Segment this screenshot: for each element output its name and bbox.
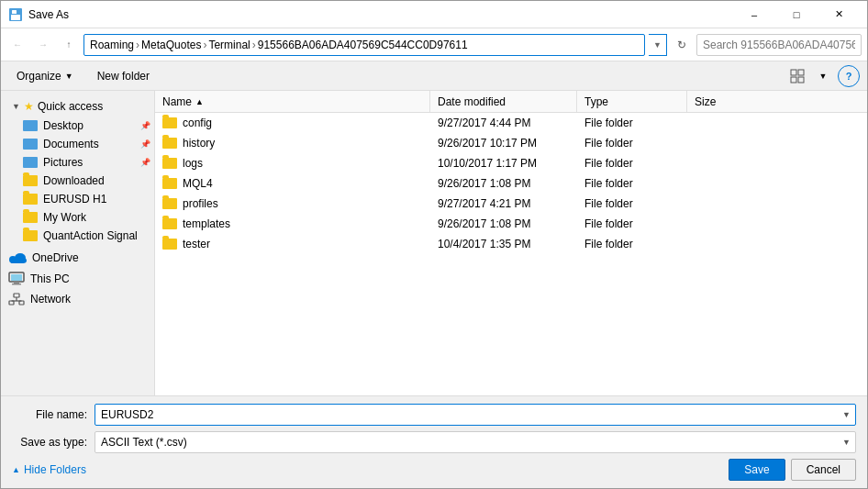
path-separator-3: › [252,39,256,51]
col-name-label: Name [162,95,192,108]
title-bar-title: Save As [28,8,733,21]
file-list-header: Name ▲ Date modified Type Size [155,91,867,113]
sidebar: ▼ ★ Quick access Desktop 📌 Documents 📌 P… [1,91,155,395]
sidebar-section-quick-access[interactable]: ▼ ★ Quick access [1,94,154,117]
file-date: 9/27/2017 4:21 PM [430,195,577,212]
view-dropdown-button[interactable]: ▼ [812,65,834,87]
quick-access-star-icon: ★ [24,100,34,113]
column-header-name[interactable]: Name ▲ [155,91,430,112]
col-date-label: Date modified [438,95,506,108]
file-date: 9/26/2017 1:08 PM [430,216,577,232]
table-row[interactable]: MQL4 9/26/2017 1:08 PM File folder [155,173,867,194]
path-segment-guid[interactable]: 915566BA06ADA407569C544CC0D97611 [258,39,468,51]
sidebar-item-documents[interactable]: Documents 📌 [1,135,154,153]
close-button[interactable]: ✕ [818,1,860,28]
sidebar-item-onedrive[interactable]: OneDrive [1,249,154,267]
sidebar-item-my-work-label: My Work [43,211,86,224]
path-segment-metaquotes[interactable]: MetaQuotes [141,39,201,51]
organize-chevron-icon: ▼ [65,72,73,81]
file-date: 9/26/2017 10:17 PM [430,135,577,151]
path-segment-terminal[interactable]: Terminal [208,39,250,51]
file-size [687,182,761,185]
documents-pin-icon: 📌 [140,139,150,149]
sidebar-item-network[interactable]: Network [1,290,154,308]
save-button[interactable]: Save [729,459,785,481]
sidebar-item-this-pc[interactable]: This PC [1,269,154,288]
folder-icon [162,218,177,229]
file-type: File folder [577,155,687,172]
address-bar: ← → ↑ Roaming › MetaQuotes › Terminal › … [1,28,867,61]
file-date: 10/4/2017 1:35 PM [430,236,577,252]
sidebar-item-downloaded-label: Downloaded [43,174,105,187]
folder-icon [162,158,177,169]
forward-button[interactable]: → [32,34,54,56]
address-path[interactable]: Roaming › MetaQuotes › Terminal › 915566… [83,34,645,56]
svg-rect-13 [11,274,22,281]
table-row[interactable]: history 9/26/2017 10:17 PM File folder [155,133,867,153]
file-name: history [183,137,215,150]
table-row[interactable]: profiles 9/27/2017 4:21 PM File folder [155,194,867,214]
svg-rect-17 [9,301,14,305]
file-date: 9/26/2017 1:08 PM [430,175,577,192]
svg-rect-16 [14,294,19,297]
title-bar-buttons: – □ ✕ [733,1,860,28]
help-button[interactable]: ? [838,65,860,87]
address-dropdown-button[interactable]: ▼ [649,34,667,56]
column-header-type[interactable]: Type [577,91,687,112]
file-name: logs [183,157,203,170]
sidebar-item-desktop-label: Desktop [43,119,83,132]
svg-rect-6 [791,77,796,83]
table-row[interactable]: logs 10/10/2017 1:17 PM File folder [155,153,867,173]
folder-icon [162,198,177,209]
refresh-button[interactable]: ↻ [671,34,693,56]
table-row[interactable]: tester 10/4/2017 1:35 PM File folder [155,234,867,254]
new-folder-label: New folder [97,70,150,83]
pictures-folder-icon [23,157,38,168]
back-button[interactable]: ← [6,34,28,56]
file-size [687,222,761,226]
file-size [687,161,761,165]
view-toggle-button[interactable] [786,65,808,87]
cancel-button[interactable]: Cancel [791,459,856,481]
view-icon [790,69,805,83]
sidebar-item-my-work[interactable]: My Work [1,208,154,227]
sidebar-item-eurusd-h1[interactable]: EURUSD H1 [1,190,154,208]
bottom-bar: File name: Save as type: ASCII Text (*.c… [1,395,867,488]
sidebar-item-pictures[interactable]: Pictures 📌 [1,153,154,172]
title-bar: Save As – □ ✕ [1,1,867,28]
file-size [687,242,761,246]
desktop-folder-icon [23,120,38,131]
file-size [687,141,761,145]
organize-label: Organize [17,70,61,83]
folder-icon [162,239,177,250]
maximize-button[interactable]: □ [775,1,818,28]
search-input[interactable] [696,34,862,56]
new-folder-button[interactable]: New folder [89,65,158,87]
title-bar-icon [8,7,23,22]
sidebar-item-desktop[interactable]: Desktop 📌 [1,117,154,135]
up-button[interactable]: ↑ [58,34,80,56]
file-name-row: File name: [12,404,856,426]
table-row[interactable]: templates 9/26/2017 1:08 PM File folder [155,214,867,234]
hide-folders-link[interactable]: ▲ Hide Folders [12,463,86,476]
path-separator-1: › [136,39,139,51]
table-row[interactable]: config 9/27/2017 4:44 PM File folder [155,113,867,133]
file-name-input[interactable] [95,404,856,426]
sidebar-item-downloaded[interactable]: Downloaded [1,172,154,190]
minimize-button[interactable]: – [733,1,775,28]
file-name-input-wrapper [95,404,856,426]
path-segment-roaming[interactable]: Roaming [90,39,134,51]
column-header-size[interactable]: Size [687,91,761,112]
organize-button[interactable]: Organize ▼ [8,65,82,87]
save-as-type-select[interactable]: ASCII Text (*.csv) CSV (*.csv) Excel (*.… [95,431,856,453]
file-type: File folder [577,115,687,131]
save-as-type-select-wrapper: ASCII Text (*.csv) CSV (*.csv) Excel (*.… [95,431,856,453]
main-content: ▼ ★ Quick access Desktop 📌 Documents 📌 P… [1,91,867,395]
quantaction-folder-icon [23,230,38,241]
column-header-date[interactable]: Date modified [430,91,577,112]
file-date: 10/10/2017 1:17 PM [430,155,577,172]
sidebar-item-quantaction[interactable]: QuantAction Signal [1,227,154,245]
sidebar-item-network-label: Network [30,293,71,306]
quick-access-label: Quick access [38,100,103,113]
sidebar-item-this-pc-label: This PC [30,272,70,285]
